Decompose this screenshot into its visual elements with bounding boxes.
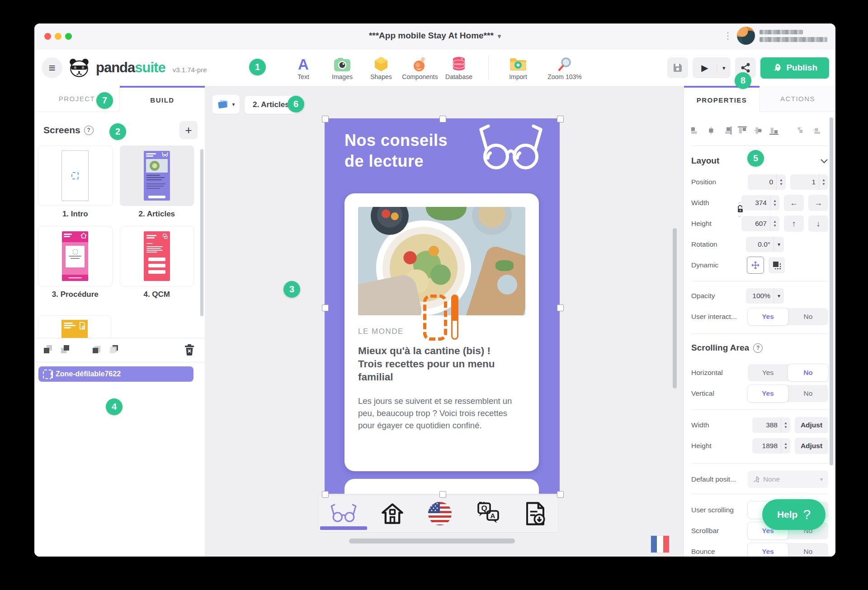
- stepper[interactable]: ▲▼: [781, 417, 790, 433]
- phone-preview[interactable]: Nos conseils de lecture: [325, 118, 560, 494]
- screen-thumb-articles[interactable]: [120, 145, 194, 206]
- opacity-caret-icon[interactable]: ▾: [774, 288, 784, 304]
- selection-handle-n[interactable]: [439, 116, 446, 122]
- toggle-no[interactable]: No: [788, 543, 828, 557]
- scroll-height-input[interactable]: 1898 ▲▼: [752, 438, 790, 454]
- default-position-dropdown[interactable]: None ▾: [748, 471, 828, 488]
- nav-language-flag-icon[interactable]: [427, 501, 453, 526]
- avatar[interactable]: [737, 27, 755, 45]
- screens-scrollbar[interactable]: [200, 149, 203, 316]
- scroll-width-input[interactable]: 388 ▲▼: [752, 417, 790, 433]
- align-right-icon[interactable]: [722, 125, 732, 136]
- toggle-yes[interactable]: Yes: [748, 364, 788, 381]
- user-area[interactable]: ⋮: [723, 27, 827, 45]
- nav-home-icon[interactable]: [381, 503, 404, 524]
- nudge-up-button[interactable]: ↑: [784, 215, 804, 232]
- toggle-no[interactable]: No: [788, 364, 828, 381]
- stepper[interactable]: ▲▼: [819, 174, 828, 190]
- send-backward-icon[interactable]: [42, 344, 53, 355]
- tool-import[interactable]: Import: [499, 56, 538, 80]
- selection-handle-ne[interactable]: [557, 116, 564, 122]
- tool-components[interactable]: Components: [401, 56, 439, 80]
- publish-button[interactable]: Publish: [760, 57, 829, 79]
- selection-handle-w[interactable]: [322, 304, 329, 311]
- save-button[interactable]: [667, 57, 688, 78]
- tool-database[interactable]: Database: [439, 56, 478, 80]
- layer-item-selected[interactable]: Zone-défilable7622: [38, 366, 193, 382]
- screen-thumb-procedure[interactable]: [38, 226, 113, 286]
- tab-properties[interactable]: PROPERTIES: [684, 86, 760, 112]
- hamburger-menu-button[interactable]: ≡: [42, 57, 62, 78]
- tool-text[interactable]: A Text: [284, 56, 323, 80]
- nudge-down-button[interactable]: ↓: [808, 215, 828, 232]
- panel-scrollbar[interactable]: [830, 117, 833, 465]
- rotation-input[interactable]: 0.0° ▾: [746, 237, 784, 252]
- screen-label[interactable]: 1. Intro: [38, 206, 113, 226]
- chevron-down-icon[interactable]: [820, 159, 828, 164]
- rotation-caret-icon[interactable]: ▾: [774, 237, 784, 252]
- position-x-input[interactable]: 0 ▲▼: [748, 174, 786, 190]
- tab-actions[interactable]: ACTIONS: [760, 86, 835, 112]
- canvas-vertical-scrollbar[interactable]: [673, 228, 677, 389]
- nav-download-doc-icon[interactable]: [524, 501, 547, 526]
- tool-images[interactable]: Images: [323, 56, 362, 80]
- align-left-icon[interactable]: [690, 125, 700, 136]
- bring-forward-icon[interactable]: [60, 344, 71, 355]
- horizontal-toggle[interactable]: Yes No: [748, 364, 828, 381]
- opacity-input[interactable]: 100% ▾: [746, 288, 784, 304]
- selection-handle-se[interactable]: [557, 491, 564, 498]
- selection-handle-e[interactable]: [557, 304, 564, 311]
- toggle-yes[interactable]: Yes: [748, 385, 788, 402]
- align-top-icon[interactable]: [737, 125, 747, 136]
- selection-handle-nw[interactable]: [322, 116, 329, 122]
- delete-layer-button[interactable]: [184, 344, 195, 356]
- selection-handle-sw[interactable]: [322, 491, 329, 498]
- nav-glasses-icon[interactable]: [330, 504, 358, 524]
- stepper[interactable]: ▲▼: [781, 438, 790, 454]
- dynamic-anchor-button[interactable]: [769, 257, 785, 273]
- language-flag-icon[interactable]: [651, 536, 669, 553]
- screens-help-icon[interactable]: ?: [84, 126, 94, 135]
- height-input[interactable]: 607 ▲▼: [741, 216, 779, 231]
- screen-selector-button[interactable]: ▾: [212, 95, 240, 114]
- screen-label[interactable]: 4. QCM: [120, 286, 194, 306]
- canvas[interactable]: ▾ 2. Articles Nos conseils de lecture: [205, 86, 684, 557]
- tool-zoom[interactable]: Zoom 103%: [538, 56, 592, 80]
- toggle-yes[interactable]: Yes: [748, 308, 788, 325]
- position-y-input[interactable]: 1 ▲▼: [790, 174, 828, 190]
- canvas-horizontal-scrollbar[interactable]: [349, 538, 515, 543]
- distribute-h-icon[interactable]: [796, 125, 806, 136]
- phone-navbar[interactable]: QA: [318, 495, 558, 533]
- stepper[interactable]: ▲▼: [770, 195, 779, 211]
- distribute-v-icon[interactable]: [812, 125, 822, 136]
- add-screen-button[interactable]: +: [179, 121, 198, 139]
- dynamic-resize-button[interactable]: [747, 257, 764, 274]
- vertical-toggle[interactable]: Yes No: [748, 385, 828, 402]
- align-bottom-icon[interactable]: [769, 125, 779, 136]
- screen-thumb-partial[interactable]: [38, 315, 111, 339]
- bring-to-front-icon[interactable]: [108, 344, 119, 355]
- preview-split-button[interactable]: ▶ ▾: [693, 57, 731, 78]
- nav-qa-icon[interactable]: QA: [476, 502, 501, 525]
- toggle-yes[interactable]: Yes: [748, 543, 788, 557]
- bounce-toggle[interactable]: Yes No: [748, 543, 828, 557]
- screen-label[interactable]: 2. Articles: [120, 206, 194, 226]
- toggle-no[interactable]: No: [788, 308, 828, 325]
- nudge-right-button[interactable]: →: [808, 195, 828, 211]
- kebab-menu-icon[interactable]: ⋮: [723, 31, 732, 40]
- scrolling-help-icon[interactable]: ?: [753, 343, 763, 353]
- adjust-width-button[interactable]: Adjust: [795, 417, 828, 433]
- user-interactions-toggle[interactable]: Yes No: [748, 308, 828, 325]
- stepper[interactable]: ▲▼: [776, 174, 786, 190]
- help-button[interactable]: Help ?: [762, 499, 826, 530]
- nudge-left-button[interactable]: ←: [784, 195, 804, 211]
- adjust-height-button[interactable]: Adjust: [795, 438, 828, 454]
- toggle-no[interactable]: No: [788, 385, 828, 402]
- send-to-back-icon[interactable]: [91, 344, 102, 355]
- width-input[interactable]: 374 ▲▼: [741, 195, 779, 211]
- screen-thumb-intro[interactable]: [38, 145, 113, 206]
- align-center-h-icon[interactable]: [706, 125, 716, 136]
- screen-thumb-qcm[interactable]: [120, 226, 194, 286]
- tool-shapes[interactable]: Shapes: [362, 56, 401, 80]
- preview-dropdown-caret-icon[interactable]: ▾: [717, 65, 731, 71]
